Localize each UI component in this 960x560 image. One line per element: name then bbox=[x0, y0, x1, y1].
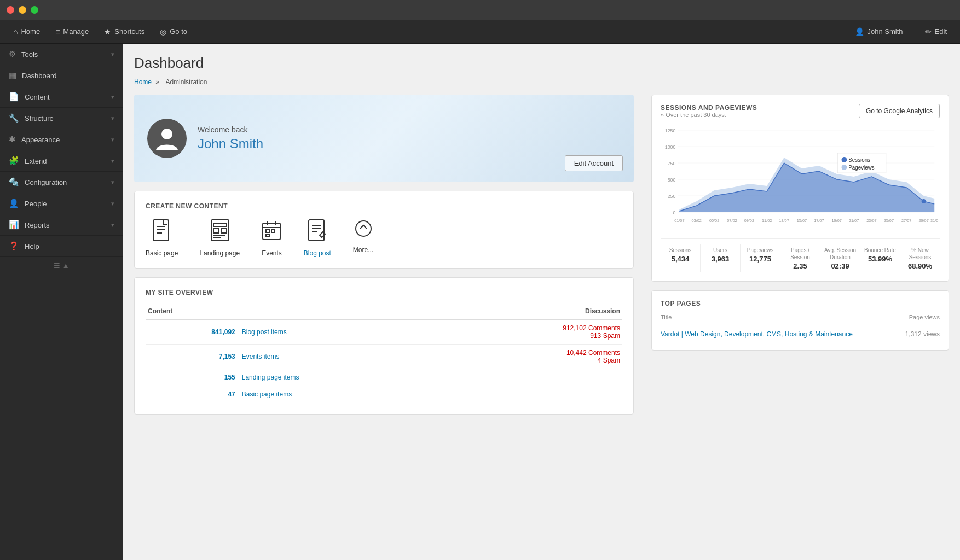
content-area: Dashboard Home » Administration bbox=[123, 44, 960, 560]
stat-sessions-value: 5,434 bbox=[663, 255, 698, 263]
svg-rect-15 bbox=[266, 230, 269, 232]
stat-avg-session-value: 02:39 bbox=[823, 262, 858, 270]
sidebar-label-content: Content bbox=[25, 93, 50, 101]
create-content-card: CREATE NEW CONTENT bbox=[134, 191, 634, 269]
row1-discussion: 912,102 Comments 913 Spam bbox=[431, 320, 622, 345]
analytics-card: SESSIONS AND PAGEVIEWS Over the past 30 … bbox=[651, 95, 949, 282]
nav-home[interactable]: ⌂ Home bbox=[7, 24, 47, 39]
chevron-content: ▾ bbox=[111, 94, 114, 101]
home-icon: ⌂ bbox=[13, 27, 18, 36]
svg-text:23/07: 23/07 bbox=[866, 218, 876, 223]
row4-label[interactable]: Basic page items bbox=[240, 386, 431, 403]
sidebar-item-content[interactable]: 📄 Content ▾ bbox=[0, 86, 123, 108]
structure-icon: 🔧 bbox=[9, 113, 19, 123]
top-nav-right: 👤 John Smith ✏ Edit bbox=[848, 24, 953, 39]
sidebar-item-help-left: ❓ Help bbox=[9, 241, 39, 251]
minimize-button[interactable] bbox=[19, 6, 26, 14]
svg-rect-6 bbox=[213, 223, 227, 226]
svg-point-56 bbox=[842, 165, 847, 170]
sidebar-item-extend-left: 🧩 Extend bbox=[9, 156, 47, 166]
create-landing-page[interactable]: Landing page bbox=[200, 219, 240, 257]
welcome-text: Welcome back John Smith bbox=[198, 125, 263, 151]
sidebar-label-people: People bbox=[25, 200, 47, 208]
create-events[interactable]: Events bbox=[262, 219, 282, 257]
content-icon: 📄 bbox=[9, 92, 19, 102]
sidebar-item-reports[interactable]: 📊 Reports ▾ bbox=[0, 214, 123, 236]
sidebar-label-appearance: Appearance bbox=[21, 136, 60, 144]
sidebar-label-dashboard: Dashboard bbox=[22, 72, 57, 80]
nav-user-label: John Smith bbox=[868, 27, 903, 36]
svg-text:27/07: 27/07 bbox=[901, 218, 911, 223]
table-row: 7,153 Events items 10,442 Comments 4 Spa… bbox=[146, 345, 622, 369]
site-overview-card: MY SITE OVERVIEW Content Discussion 841,… bbox=[134, 277, 634, 415]
stat-sessions: Sessions 5,434 bbox=[661, 244, 701, 272]
create-blog-post[interactable]: Blog post bbox=[304, 219, 331, 257]
svg-rect-16 bbox=[271, 230, 275, 232]
row2-label[interactable]: Events items bbox=[240, 345, 431, 369]
welcome-subtitle: Welcome back bbox=[198, 125, 263, 134]
svg-point-23 bbox=[356, 221, 371, 236]
stat-pages-session-value: 2.35 bbox=[783, 262, 818, 270]
row1-comments: 912,102 Comments bbox=[563, 324, 620, 332]
sidebar-item-extend[interactable]: 🧩 Extend ▾ bbox=[0, 150, 123, 172]
svg-text:Pageviews: Pageviews bbox=[848, 165, 874, 171]
row3-discussion bbox=[431, 369, 622, 386]
reports-icon: 📊 bbox=[9, 220, 19, 230]
nav-shortcuts[interactable]: ★ Shortcuts bbox=[97, 24, 151, 39]
sidebar-item-people-left: 👤 People bbox=[9, 199, 47, 208]
close-button[interactable] bbox=[7, 6, 14, 14]
appearance-icon: ✱ bbox=[9, 135, 16, 144]
sidebar-collapse-button[interactable]: ☰ ▲ bbox=[0, 257, 123, 274]
sidebar-item-help[interactable]: ❓ Help bbox=[0, 236, 123, 257]
row1-label[interactable]: Blog post items bbox=[240, 320, 431, 345]
sidebar: ⚙ Tools ▾ ▦ Dashboard 📄 Content ▾ 🔧 Stru… bbox=[0, 44, 123, 560]
edit-account-button[interactable]: Edit Account bbox=[565, 155, 623, 171]
overview-table: Content Discussion 841,092 Blog post ite… bbox=[146, 303, 622, 403]
maximize-button[interactable] bbox=[31, 6, 38, 14]
blog-post-label[interactable]: Blog post bbox=[304, 249, 331, 257]
blog-post-icon bbox=[308, 219, 327, 245]
nav-edit[interactable]: ✏ Edit bbox=[918, 24, 953, 39]
svg-text:17/07: 17/07 bbox=[814, 218, 824, 223]
extend-icon: 🧩 bbox=[9, 156, 19, 166]
nav-goto-label: Go to bbox=[170, 27, 187, 36]
chevron-reports: ▾ bbox=[111, 221, 114, 229]
top-nav: ⌂ Home ≡ Manage ★ Shortcuts ◎ Go to 👤 Jo… bbox=[0, 20, 960, 44]
sidebar-item-structure[interactable]: 🔧 Structure ▾ bbox=[0, 108, 123, 129]
nav-user[interactable]: 👤 John Smith bbox=[848, 24, 910, 39]
more-label: More... bbox=[353, 246, 373, 254]
sidebar-item-configuration[interactable]: 🔩 Configuration ▾ bbox=[0, 172, 123, 193]
row2-comments: 10,442 Comments bbox=[566, 349, 620, 357]
sidebar-item-people[interactable]: 👤 People ▾ bbox=[0, 193, 123, 214]
google-analytics-button[interactable]: Go to Google Analytics bbox=[859, 104, 940, 118]
help-icon: ❓ bbox=[9, 241, 19, 251]
svg-text:29/07: 29/07 bbox=[918, 218, 928, 223]
stat-bounce-rate-label: Bounce Rate bbox=[863, 247, 898, 254]
nav-manage[interactable]: ≡ Manage bbox=[49, 24, 95, 39]
stat-pages-session-label: Pages / Session bbox=[783, 247, 818, 261]
sidebar-item-appearance[interactable]: ✱ Appearance ▾ bbox=[0, 129, 123, 150]
top-page-link[interactable]: Vardot | Web Design, Development, CMS, H… bbox=[661, 330, 853, 338]
create-more[interactable]: More... bbox=[353, 219, 373, 257]
breadcrumb-home[interactable]: Home bbox=[134, 78, 152, 86]
svg-text:750: 750 bbox=[668, 161, 676, 166]
svg-text:19/07: 19/07 bbox=[832, 218, 842, 223]
analytics-header: SESSIONS AND PAGEVIEWS Over the past 30 … bbox=[661, 104, 940, 122]
create-basic-page[interactable]: Basic page bbox=[146, 219, 178, 257]
svg-text:1000: 1000 bbox=[665, 144, 676, 150]
manage-icon: ≡ bbox=[55, 27, 60, 36]
sidebar-item-structure-left: 🔧 Structure bbox=[9, 113, 54, 123]
svg-point-54 bbox=[842, 157, 847, 162]
svg-text:11/02: 11/02 bbox=[762, 218, 772, 223]
row3-label[interactable]: Landing page items bbox=[240, 369, 431, 386]
col-discussion-header: Discussion bbox=[431, 303, 622, 320]
nav-goto[interactable]: ◎ Go to bbox=[153, 24, 194, 39]
sidebar-item-tools[interactable]: ⚙ Tools ▾ bbox=[0, 44, 123, 65]
top-pages-title: TOP PAGES bbox=[661, 300, 940, 307]
nav-edit-label: Edit bbox=[935, 27, 947, 36]
sidebar-item-dashboard[interactable]: ▦ Dashboard bbox=[0, 65, 123, 86]
more-icon bbox=[354, 219, 373, 242]
title-bar bbox=[0, 0, 960, 20]
dashboard-icon: ▦ bbox=[9, 71, 16, 80]
sidebar-label-configuration: Configuration bbox=[25, 178, 67, 186]
